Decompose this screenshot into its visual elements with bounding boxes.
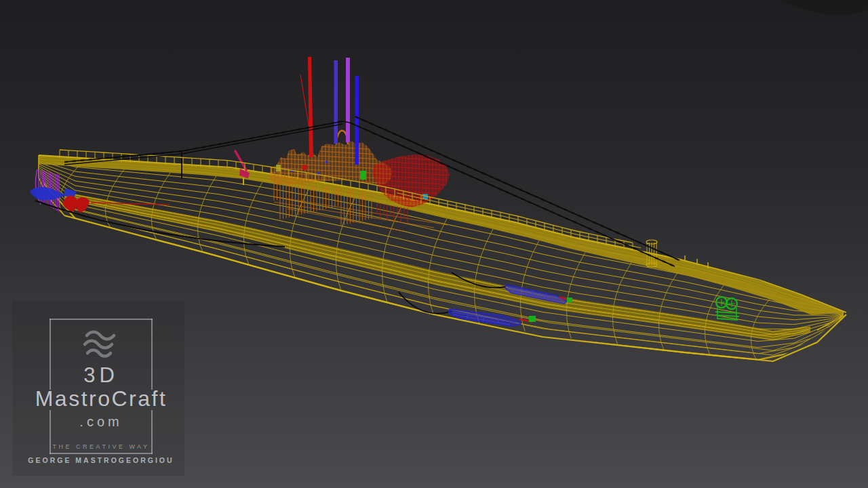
logo-author: GEORGE MASTROGEORGIOU [20,456,182,464]
bow-winch [715,297,739,320]
logo-line-domain: .com [20,414,182,430]
logo-frame-bottom [50,453,153,454]
waves-icon [79,329,123,361]
viewport: 3D MastroCraft .com THE CREATIVE WAY GEO… [0,0,868,488]
logo-line-brand: MastroCraft [20,386,182,411]
logo-frame-top [50,319,153,320]
logo-tagline: THE CREATIVE WAY [20,443,182,450]
corner-shadow [780,0,868,16]
watermark-logo: 3D MastroCraft .com THE CREATIVE WAY GEO… [14,302,183,479]
logo-line-3d: 3D [20,363,182,388]
